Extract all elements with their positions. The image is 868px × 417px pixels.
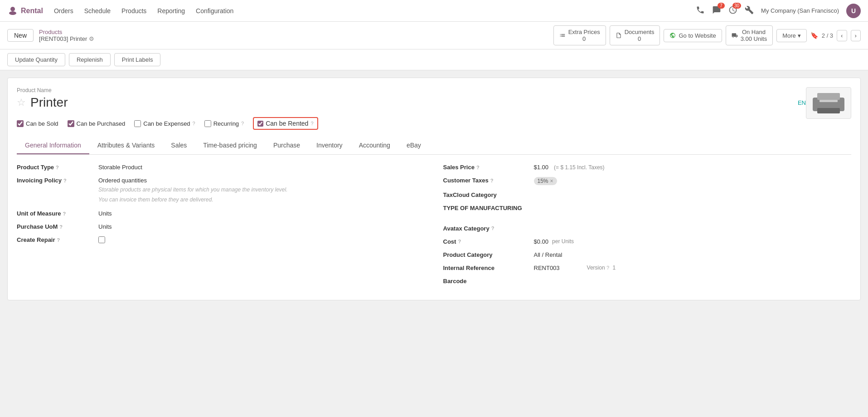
purchase-uom-help-icon[interactable]: ? (59, 224, 63, 230)
product-category-label: Product Category (443, 251, 534, 258)
pagination-text: 2 / 3 (822, 32, 833, 39)
tab-general-information[interactable]: General Information (17, 137, 89, 154)
storable-note-2: You can invoice them before they are del… (98, 196, 425, 204)
more-button[interactable]: More ▾ (776, 29, 807, 42)
tab-ebay[interactable]: eBay (398, 137, 429, 154)
can-be-purchased-checkbox-item: Can be Purchased (68, 120, 126, 127)
nav-schedule[interactable]: Schedule (84, 5, 111, 16)
internal-reference-value[interactable]: RENT003 (534, 265, 560, 271)
breadcrumb-current: [RENT003] Printer ⚙ (39, 35, 94, 42)
cost-label: Cost ? (443, 238, 534, 245)
product-image[interactable] (806, 87, 851, 119)
tax-badge: 15% × (534, 177, 557, 185)
user-avatar[interactable]: U (846, 4, 861, 18)
update-quantity-button[interactable]: Update Quantity (7, 53, 65, 66)
product-type-help-icon[interactable]: ? (56, 165, 59, 170)
sales-price-label: Sales Price ? (443, 164, 534, 171)
documents-button[interactable]: Documents 0 (610, 25, 660, 45)
nav-orders[interactable]: Orders (54, 5, 73, 16)
sales-price-help-icon[interactable]: ? (476, 165, 480, 170)
tab-inventory[interactable]: Inventory (308, 137, 351, 154)
language-badge[interactable]: EN (798, 99, 806, 106)
chat-badge: 7 (718, 3, 725, 9)
on-hand-button[interactable]: On Hand 3.00 Units (726, 25, 773, 45)
breadcrumb-parent[interactable]: Products (39, 29, 94, 35)
settings-gear-icon[interactable]: ⚙ (89, 35, 94, 42)
tab-attributes-variants[interactable]: Attributes & Variants (89, 137, 163, 154)
nav-right-area: 7 30 My Company (San Francisco) U (696, 4, 861, 18)
cost-field-row: Cost ? $0.00 per Units (443, 238, 852, 245)
product-category-field-row: Product Category All / Rental (443, 251, 852, 258)
can-be-expensed-label: Can be Expensed (143, 120, 190, 127)
breadcrumb: Products [RENT003] Printer ⚙ (39, 29, 94, 42)
sales-price-value[interactable]: $1.00 (534, 164, 549, 171)
product-category-value[interactable]: All / Rental (534, 251, 563, 258)
recurring-checkbox[interactable] (204, 120, 211, 127)
nav-reporting[interactable]: Reporting (157, 5, 185, 16)
toolbar: Update Quantity Replenish Print Labels (0, 49, 868, 70)
cost-value[interactable]: $0.00 (534, 238, 549, 245)
recurring-help-icon[interactable]: ? (241, 121, 244, 126)
can-be-expensed-checkbox[interactable] (134, 120, 141, 127)
new-button[interactable]: New (7, 29, 34, 42)
wrench-icon[interactable] (745, 5, 754, 16)
bookmark-icon[interactable]: 🔖 (810, 32, 818, 39)
unit-of-measure-label: Unit of Measure ? (17, 210, 98, 217)
tab-purchase[interactable]: Purchase (265, 137, 308, 154)
incl-taxes-text: (= $ 1.15 Incl. Taxes) (554, 164, 605, 171)
app-logo[interactable]: Rental (7, 5, 43, 16)
phone-icon[interactable] (696, 5, 705, 16)
taxcloud-category-field-row: TaxCloud Category (443, 191, 852, 198)
avatax-help-icon[interactable]: ? (491, 226, 495, 231)
create-repair-checkbox[interactable] (98, 236, 105, 243)
cost-value-area: $0.00 per Units (534, 238, 574, 245)
svg-rect-5 (820, 100, 838, 102)
version-help-icon[interactable]: ? (606, 265, 609, 270)
replenish-button[interactable]: Replenish (69, 53, 111, 66)
extra-prices-label: Extra Prices 0 (568, 29, 600, 42)
barcode-label: Barcode (443, 278, 534, 285)
can-be-purchased-checkbox[interactable] (68, 120, 74, 127)
tax-remove-icon[interactable]: × (550, 178, 553, 184)
customer-taxes-field-row: Customer Taxes ? 15% × (443, 177, 852, 185)
create-repair-label: Create Repair ? (17, 236, 98, 243)
invoicing-policy-field-row: Invoicing Policy ? Ordered quantities St… (17, 177, 425, 204)
sales-price-value-area: $1.00 (= $ 1.15 Incl. Taxes) (534, 164, 605, 171)
action-buttons-area: Extra Prices 0 Documents 0 Go to Website… (553, 25, 861, 45)
unit-of-measure-value[interactable]: Units (98, 210, 425, 217)
can-be-expensed-help-icon[interactable]: ? (193, 121, 195, 126)
prev-arrow-button[interactable]: ‹ (837, 30, 847, 41)
can-be-rented-checkbox[interactable] (257, 121, 263, 127)
can-be-sold-checkbox[interactable] (17, 120, 24, 127)
can-be-rented-help-icon[interactable]: ? (310, 121, 313, 126)
activity-badge: 30 (732, 3, 741, 9)
print-labels-button[interactable]: Print Labels (114, 53, 161, 66)
product-type-value[interactable]: Storable Product (98, 164, 425, 171)
tab-sales[interactable]: Sales (163, 137, 195, 154)
customer-taxes-help-icon[interactable]: ? (490, 178, 494, 183)
unit-of-measure-help-icon[interactable]: ? (63, 211, 66, 216)
favorite-star-icon[interactable]: ☆ (17, 97, 26, 108)
extra-prices-button[interactable]: Extra Prices 0 (553, 25, 606, 45)
nav-products[interactable]: Products (121, 5, 146, 16)
next-arrow-button[interactable]: › (851, 30, 861, 41)
invoicing-policy-help-icon[interactable]: ? (63, 178, 67, 183)
avatax-category-field-row: Avatax Category ? (443, 225, 852, 232)
tab-accounting[interactable]: Accounting (351, 137, 398, 154)
chat-icon[interactable]: 7 (712, 5, 721, 16)
go-to-website-button[interactable]: Go to Website (664, 29, 722, 42)
product-name-row: ☆ Printer EN (17, 95, 806, 110)
purchase-uom-label: Purchase UoM ? (17, 223, 98, 230)
activity-icon[interactable]: 30 (728, 5, 737, 16)
cost-help-icon[interactable]: ? (458, 239, 461, 244)
tab-time-based-pricing[interactable]: Time-based pricing (195, 137, 265, 154)
create-repair-help-icon[interactable]: ? (57, 237, 60, 243)
purchase-uom-value[interactable]: Units (98, 223, 425, 230)
product-title: Printer (30, 95, 68, 110)
unit-of-measure-field-row: Unit of Measure ? Units (17, 210, 425, 217)
top-navigation: Rental Orders Schedule Products Reportin… (0, 0, 868, 22)
purchase-uom-field-row: Purchase UoM ? Units (17, 223, 425, 230)
company-name: My Company (San Francisco) (761, 7, 839, 14)
nav-configuration[interactable]: Configuration (196, 5, 233, 16)
on-hand-label: On Hand 3.00 Units (741, 29, 767, 42)
